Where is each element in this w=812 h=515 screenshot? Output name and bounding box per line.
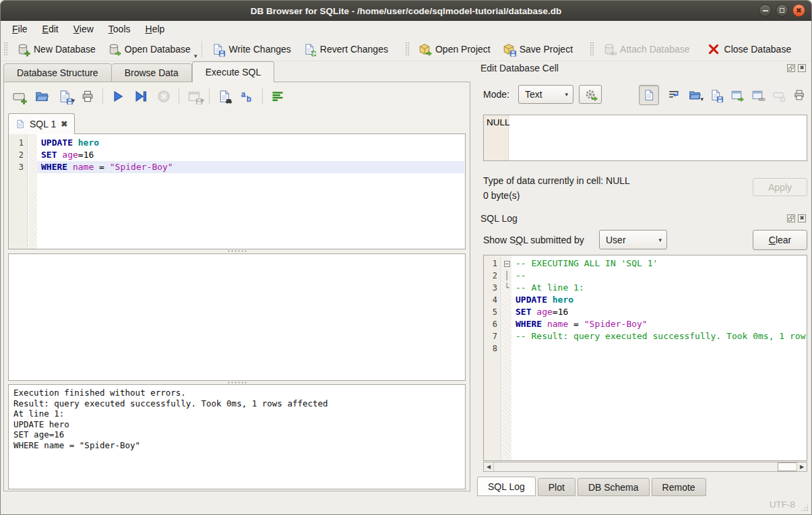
mode-label: Mode: — [483, 89, 509, 100]
mode-select[interactable]: Text ▾ — [518, 85, 573, 104]
menu-edit[interactable]: Edit — [35, 22, 66, 36]
sql-toolbar: ▾ ▾ — [12, 87, 284, 106]
minimize-icon[interactable] — [759, 4, 772, 17]
chevron-down-icon: ▾ — [658, 237, 662, 243]
apply-button[interactable]: Apply — [753, 178, 807, 196]
chevron-down-icon: ▾ — [565, 91, 568, 98]
stop-icon[interactable] — [157, 90, 170, 103]
tab-sql-log[interactable]: SQL Log — [477, 477, 536, 496]
main-tab-bar: Database Structure Browse Data Execute S… — [3, 61, 274, 82]
open-sql-file-icon[interactable] — [35, 90, 49, 103]
dock-tab-bar: SQL Log Plot DB Schema Remote — [477, 477, 706, 496]
close-sql-tab-icon[interactable]: ✖ — [61, 119, 67, 129]
find-icon[interactable] — [218, 90, 231, 103]
sql-log-view[interactable]: 12345678 −│└ -- EXECUTING ALL IN 'SQL 1'… — [483, 255, 807, 461]
open-database-button[interactable]: Open Database — [102, 40, 197, 58]
sql-editor-tab[interactable]: SQL 1 ✖ — [8, 113, 75, 134]
cell-value-editor[interactable]: NULL — [483, 115, 807, 161]
editor-code[interactable]: UPDATE heroSET age=16WHERE name = "Spide… — [37, 137, 464, 248]
float-icon[interactable] — [787, 214, 795, 222]
tab-execute-sql[interactable]: Execute SQL — [192, 61, 275, 82]
resize-grip[interactable] — [801, 504, 809, 512]
sql-log-dock-title: SQL Log — [480, 213, 518, 224]
toolbar-grip[interactable] — [405, 42, 410, 57]
sql-log-filter-select[interactable]: User ▾ — [599, 230, 667, 249]
revert-changes-button[interactable]: Revert Changes — [297, 40, 394, 58]
revert-changes-icon — [303, 43, 315, 55]
toolbar-grip[interactable] — [590, 42, 594, 57]
database-close-icon — [708, 43, 720, 55]
word-wrap-icon[interactable] — [668, 89, 680, 101]
log-code: -- EXECUTING ALL IN 'SQL 1'---- At line … — [511, 258, 806, 460]
menubar: File Edit View Tools Help — [1, 21, 811, 37]
clear-log-button[interactable]: Clear — [753, 230, 807, 250]
project-open-icon — [418, 43, 431, 55]
float-icon[interactable] — [787, 64, 795, 72]
format-icon[interactable] — [271, 90, 284, 103]
close-database-button[interactable]: Close Database — [701, 40, 798, 58]
execute-current-line-icon[interactable] — [134, 90, 148, 103]
open-file-icon[interactable]: ▾ — [689, 89, 701, 101]
auto-complete-icon[interactable] — [241, 90, 254, 103]
log-horizontal-scrollbar[interactable]: ◀ ▶ — [483, 462, 807, 472]
new-database-button[interactable]: New Database — [11, 40, 102, 58]
tab-remote[interactable]: Remote — [652, 478, 706, 496]
sql-log-dock-header: SQL Log ✖ — [480, 213, 806, 224]
scroll-right-icon[interactable]: ▶ — [797, 462, 807, 471]
toolbar-grip[interactable] — [3, 42, 8, 57]
maximize-icon[interactable] — [776, 4, 788, 17]
open-sql-tab-icon[interactable] — [12, 90, 26, 103]
scroll-left-icon[interactable]: ◀ — [484, 462, 494, 471]
print-icon[interactable] — [81, 90, 94, 103]
cell-value: NULL — [487, 117, 510, 127]
main-toolbar: New Database Open Database ▾ Write Chang… — [1, 37, 811, 61]
editor-fold-margin — [28, 134, 37, 249]
database-new-icon — [17, 43, 29, 55]
log-fold-margin[interactable]: −│└ — [502, 255, 511, 460]
export-icon[interactable] — [730, 89, 743, 101]
editor-results-splitter[interactable] — [4, 249, 470, 253]
edit-cell-dock-title: Edit Database Cell — [480, 63, 559, 73]
results-grid — [8, 253, 466, 381]
sql-log-filter-label: Show SQL submitted by — [483, 235, 584, 245]
app-window: DB Browser for SQLite - /home/user/code/… — [0, 0, 812, 515]
cell-type-info: Type of data currently in cell: NULL — [483, 175, 630, 186]
open-project-button[interactable]: Open Project — [412, 40, 497, 58]
execute-sql-pane: ▾ ▾ SQL 1 ✖ 123 UPDATE heroSET age=16WHE… — [3, 82, 470, 491]
menu-file[interactable]: File — [5, 22, 35, 36]
save-project-button[interactable]: Save Project — [497, 40, 579, 58]
tab-db-schema[interactable]: DB Schema — [577, 478, 650, 496]
save-sql-file-icon[interactable]: ▾ — [58, 90, 71, 103]
save-results-icon[interactable]: ▾ — [187, 90, 201, 103]
save-file-icon[interactable] — [710, 89, 722, 101]
write-changes-button[interactable]: Write Changes — [206, 40, 296, 58]
menu-tools[interactable]: Tools — [101, 22, 138, 36]
set-null-icon[interactable] — [772, 89, 784, 101]
text-mode-icon[interactable] — [639, 85, 659, 105]
window-controls: ✖ — [759, 4, 805, 17]
database-open-icon — [108, 43, 120, 55]
tab-plot[interactable]: Plot — [538, 478, 575, 496]
close-icon[interactable]: ✖ — [792, 4, 805, 17]
attach-database-button[interactable]: Attach Database — [597, 40, 696, 58]
sql-editor[interactable]: 123 UPDATE heroSET age=16WHERE name = "S… — [8, 133, 466, 249]
print-icon[interactable] — [793, 89, 805, 101]
database-attach-icon — [603, 43, 615, 55]
open-database-dropdown-icon[interactable]: ▾ — [194, 53, 197, 59]
apply-mode-button[interactable] — [579, 85, 602, 104]
project-save-icon — [503, 43, 515, 55]
link-icon[interactable] — [751, 89, 763, 101]
window-title: DB Browser for SQLite - /home/user/code/… — [251, 6, 561, 16]
sql-doc-icon — [15, 119, 25, 129]
close-icon[interactable]: ✖ — [798, 64, 806, 72]
scrollbar-thumb[interactable] — [778, 462, 798, 471]
tab-browse-data[interactable]: Browse Data — [112, 63, 192, 82]
tab-database-structure[interactable]: Database Structure — [3, 63, 112, 82]
log-line-numbers: 12345678 — [484, 255, 501, 460]
menu-view[interactable]: View — [66, 22, 101, 36]
menu-help[interactable]: Help — [138, 22, 173, 36]
close-icon[interactable]: ✖ — [798, 214, 806, 222]
titlebar: DB Browser for SQLite - /home/user/code/… — [1, 1, 811, 21]
execute-all-icon[interactable] — [111, 90, 125, 103]
cell-size-info: 0 byte(s) — [483, 190, 520, 201]
